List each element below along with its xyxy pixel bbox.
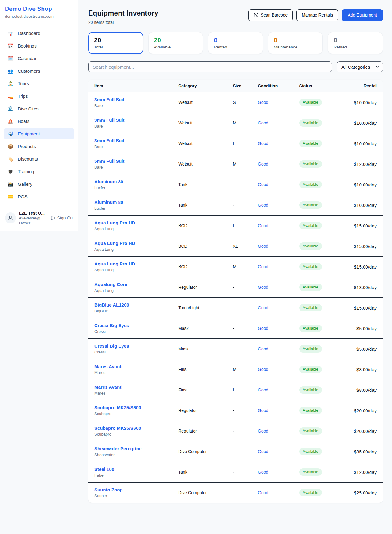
item-brand: BigBlue [94, 309, 167, 313]
stat-label: Available [154, 45, 198, 49]
item-name-link[interactable]: Aqua Lung Pro HD [94, 220, 135, 225]
condition-link[interactable]: Good [258, 490, 268, 495]
sidebar-item-label: Bookings [18, 43, 37, 48]
stat-label: Retired [334, 45, 377, 49]
condition-link[interactable]: Good [258, 367, 268, 372]
item-name-link[interactable]: Aqua Lung Pro HD [94, 261, 135, 266]
item-rental: $5.00/day [343, 318, 383, 339]
sidebar-item-label: Products [18, 144, 36, 149]
item-brand: Scubapro [94, 411, 167, 416]
item-name-link[interactable]: Aluminum 80 [94, 200, 123, 205]
item-name-link[interactable]: Shearwater Peregrine [94, 446, 141, 451]
item-category: Dive Computer [172, 441, 227, 462]
item-name-link[interactable]: Aluminum 80 [94, 179, 123, 184]
item-name-link[interactable]: 5mm Full Suit [94, 158, 124, 164]
item-name-link[interactable]: Scubapro MK25/S600 [94, 425, 141, 431]
condition-link[interactable]: Good [258, 120, 268, 125]
item-name-link[interactable]: Aqua Lung Pro HD [94, 241, 135, 246]
filters-bar: All Categories [88, 61, 383, 72]
sidebar-item-dive-sites[interactable]: 🌊 Dive Sites [4, 103, 74, 114]
stat-card-total[interactable]: 20 Total [88, 32, 143, 54]
item-category: Torch/Light [172, 298, 227, 318]
item-name-link[interactable]: Cressi Big Eyes [94, 343, 129, 349]
condition-link[interactable]: Good [258, 264, 268, 269]
item-name-link[interactable]: Mares Avanti [94, 384, 123, 390]
calendar-date-icon: 📅 [7, 44, 13, 48]
condition-link[interactable]: Good [258, 244, 268, 249]
item-name-link[interactable]: Steel 100 [94, 467, 114, 472]
condition-link[interactable]: Good [258, 100, 268, 105]
sidebar-item-tours[interactable]: 🏝️ Tours [4, 78, 74, 89]
category-select[interactable]: All Categories [337, 61, 383, 72]
item-size: - [227, 318, 252, 339]
sidebar-item-bookings[interactable]: 📅 Bookings [4, 40, 74, 51]
sidebar-nav: 📊 Dashboard 📅 Bookings 🗓️ Calendar 👥 Cus… [0, 24, 78, 206]
stat-cards: 20 Total 20 Available 0 Rented 0 Mainten… [88, 32, 383, 54]
stat-card-available[interactable]: 20 Available [148, 32, 203, 54]
sidebar-item-discounts[interactable]: 🏷️ Discounts [4, 153, 74, 165]
brand-name[interactable]: Demo Dive Shop [5, 6, 72, 12]
item-rental: $15.00/day [343, 236, 383, 257]
manage-rentals-button[interactable]: Manage Rentals [296, 9, 338, 21]
item-category: Tank [172, 195, 227, 216]
sidebar-item-boats[interactable]: ⛵ Boats [4, 116, 74, 127]
sidebar-item-customers[interactable]: 👥 Customers [4, 65, 74, 77]
item-name-link[interactable]: Cressi Big Eyes [94, 323, 129, 328]
item-name-link[interactable]: 3mm Full Suit [94, 117, 124, 123]
sidebar-item-gallery[interactable]: 📸 Gallery [4, 178, 74, 190]
condition-link[interactable]: Good [258, 470, 268, 475]
sidebar-item-calendar[interactable]: 🗓️ Calendar [4, 53, 74, 64]
scan-barcode-button[interactable]: Scan Barcode [248, 9, 293, 21]
category-select-wrap: All Categories [337, 61, 383, 72]
item-category: Wetsuit [172, 133, 227, 154]
sidebar-item-trips[interactable]: 🚤 Trips [4, 90, 74, 102]
item-name-link[interactable]: 3mm Full Suit [94, 138, 124, 143]
condition-link[interactable]: Good [258, 141, 268, 146]
add-equipment-button[interactable]: Add Equipment [342, 9, 383, 21]
sign-out-button[interactable]: Sign Out [51, 216, 74, 220]
stat-card-retired[interactable]: 0 Retired [328, 32, 383, 54]
condition-link[interactable]: Good [258, 182, 268, 187]
condition-link[interactable]: Good [258, 285, 268, 290]
status-badge: Available [299, 263, 322, 270]
sidebar-item-products[interactable]: 📦 Products [4, 141, 74, 152]
equipment-table-body: 3mm Full Suit Bare Wetsuit S Good Availa… [88, 92, 383, 503]
condition-link[interactable]: Good [258, 387, 268, 392]
condition-link[interactable]: Good [258, 162, 268, 166]
condition-link[interactable]: Good [258, 449, 268, 454]
stat-card-maintenance[interactable]: 0 Maintenance [268, 32, 323, 54]
condition-link[interactable]: Good [258, 429, 268, 433]
item-name-link[interactable]: Scubapro MK25/S600 [94, 405, 141, 410]
condition-link[interactable]: Good [258, 203, 268, 208]
item-name-link[interactable]: Mares Avanti [94, 364, 123, 369]
item-rental: $25.00/day [343, 483, 383, 503]
item-brand: Bare [94, 124, 167, 128]
item-size: - [227, 462, 252, 483]
item-category: Wetsuit [172, 113, 227, 133]
speedboat-icon: 🚤 [7, 94, 13, 98]
status-badge: Available [299, 468, 322, 476]
condition-link[interactable]: Good [258, 408, 268, 413]
condition-link[interactable]: Good [258, 305, 268, 310]
sidebar-item-dashboard[interactable]: 📊 Dashboard [4, 28, 74, 39]
sidebar-item-pos[interactable]: 💳 POS [4, 191, 74, 202]
item-name-link[interactable]: Suunto Zoop [94, 487, 123, 492]
sidebar-item-training[interactable]: 🎓 Training [4, 166, 74, 177]
search-input[interactable] [88, 61, 332, 72]
status-badge: Available [299, 448, 322, 455]
condition-link[interactable]: Good [258, 346, 268, 351]
item-name-link[interactable]: Aqualung Core [94, 282, 127, 287]
stat-card-rented[interactable]: 0 Rented [208, 32, 263, 54]
item-brand: Cressi [94, 329, 167, 334]
status-badge: Available [299, 160, 322, 168]
item-name-link[interactable]: BigBlue AL1200 [94, 302, 129, 307]
table-row: Scubapro MK25/S600 Scubapro Regulator - … [88, 421, 383, 441]
item-category: BCD [172, 236, 227, 257]
item-name-link[interactable]: 3mm Full Suit [94, 97, 124, 102]
sidebar-item-equipment[interactable]: 🤿 Equipment [4, 128, 74, 139]
condition-link[interactable]: Good [258, 326, 268, 331]
condition-link[interactable]: Good [258, 223, 268, 228]
equipment-table-card: Item Category Size Condition Status Rent… [88, 80, 383, 503]
item-rental: $5.00/day [343, 339, 383, 359]
item-brand: Aqua Lung [94, 288, 167, 293]
